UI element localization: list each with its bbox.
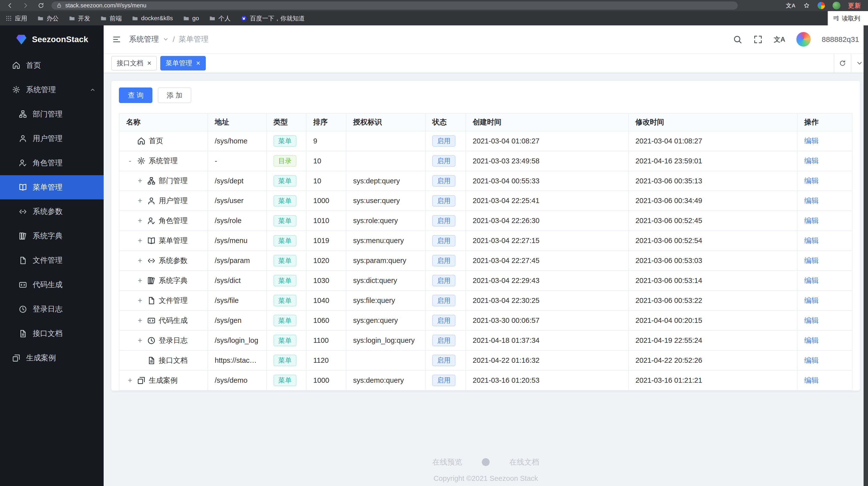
search-icon[interactable]	[733, 35, 742, 44]
expand-toggle[interactable]: +	[136, 296, 144, 305]
edit-link[interactable]: 编辑	[804, 336, 818, 344]
bookmark-office[interactable]: 办公	[37, 14, 59, 22]
reading-list-button[interactable]: 读取列	[828, 11, 868, 25]
sidebar-item-api-doc[interactable]: 接口文档	[0, 321, 104, 346]
menu-sort: 10	[306, 171, 346, 191]
chrome-update-button[interactable]: 更新	[848, 1, 861, 9]
query-button[interactable]: 查 询	[119, 87, 152, 103]
bookmark-dev[interactable]: 开发	[69, 14, 90, 22]
tab-api-doc[interactable]: 接口文档×	[111, 56, 157, 70]
sidebar-item-system-manage[interactable]: 系统管理	[0, 78, 104, 102]
browser-profile-avatar[interactable]	[833, 2, 840, 9]
close-icon[interactable]: ×	[196, 60, 200, 67]
fullscreen-icon[interactable]	[753, 35, 763, 44]
sidebar-item-dept-manage[interactable]: 部门管理	[0, 102, 104, 126]
menu-name: 系统管理	[149, 156, 178, 166]
edit-link[interactable]: 编辑	[804, 257, 818, 264]
forward-icon[interactable]	[22, 2, 29, 9]
column-header: 创建时间	[466, 113, 628, 131]
hamburger-icon[interactable]	[112, 35, 121, 44]
updated-time: 2021-03-06 00:52:45	[628, 211, 797, 231]
edit-link[interactable]: 编辑	[804, 277, 818, 284]
edit-link[interactable]: 编辑	[804, 217, 818, 225]
created-time: 2021-03-16 01:20:53	[466, 370, 628, 390]
online-docs-link[interactable]: 在线文档	[509, 457, 539, 467]
bookmark-frontend[interactable]: 前端	[100, 14, 122, 22]
table-row: +生成案例/sys/demo菜单1000sys:demo:query启用2021…	[119, 370, 852, 390]
menu-name: 角色管理	[159, 216, 188, 226]
menu-url: /sys/dict	[208, 270, 266, 291]
translate-icon[interactable]: 文A	[786, 2, 796, 9]
type-tag: 菜单	[274, 215, 297, 227]
online-preview-link[interactable]: 在线预览	[432, 457, 462, 467]
star-icon[interactable]	[803, 2, 810, 9]
sidebar-item-user-manage[interactable]: 用户管理	[0, 126, 104, 151]
expand-toggle[interactable]: +	[126, 376, 134, 385]
sidebar-item-sys-dict[interactable]: 系统字典	[0, 224, 104, 248]
close-icon[interactable]: ×	[147, 60, 151, 67]
sidebar-item-label: 系统管理	[26, 85, 56, 95]
user-avatar[interactable]	[796, 32, 811, 46]
edit-link[interactable]: 编辑	[804, 356, 818, 364]
edit-link[interactable]: 编辑	[804, 157, 818, 165]
sidebar-item-demo-case[interactable]: 生成案例	[0, 346, 104, 370]
tab-menu-manage[interactable]: 菜单管理×	[160, 56, 206, 70]
bookmark-docker-k8s[interactable]: docker&k8s	[132, 15, 173, 22]
sidebar-item-code-gen[interactable]: 代码生成	[0, 273, 104, 297]
address-bar[interactable]: stack.seezoon.com/#/sys/menu	[52, 1, 738, 10]
menu-url: -	[208, 151, 266, 171]
created-time: 2021-03-04 22:29:43	[466, 270, 628, 291]
url-text[interactable]: stack.seezoon.com/#/sys/menu	[65, 2, 146, 9]
sidebar-item-home[interactable]: 首页	[0, 53, 104, 78]
expand-toggle[interactable]: +	[136, 236, 144, 245]
github-icon[interactable]	[481, 457, 490, 467]
edit-link[interactable]: 编辑	[804, 237, 818, 245]
sidebar-item-sys-param[interactable]: 系统参数	[0, 199, 104, 224]
menu-perm: sys:user:query	[346, 191, 425, 211]
add-button[interactable]: 添 加	[158, 87, 191, 103]
collapse-toggle[interactable]: -	[126, 156, 134, 165]
breadcrumb-section[interactable]: 系统管理	[129, 34, 159, 45]
expand-toggle[interactable]: +	[136, 196, 144, 205]
extension-icon[interactable]	[817, 2, 825, 9]
edit-link[interactable]: 编辑	[804, 316, 818, 324]
edit-link[interactable]: 编辑	[804, 296, 818, 304]
status-badge: 启用	[432, 275, 456, 286]
chevron-up-icon	[90, 87, 96, 93]
app-logo[interactable]: SeezoonStack	[0, 25, 104, 53]
expand-toggle[interactable]: +	[136, 217, 144, 225]
status-badge: 启用	[432, 355, 456, 366]
expand-toggle[interactable]: +	[136, 276, 144, 285]
sidebar-item-file-manage[interactable]: 文件管理	[0, 248, 104, 273]
language-switch-icon[interactable]: 文A	[774, 35, 785, 44]
back-icon[interactable]	[7, 2, 13, 9]
edit-link[interactable]: 编辑	[804, 376, 818, 384]
updated-time: 2021-03-06 00:53:14	[628, 270, 797, 291]
expand-toggle[interactable]: +	[136, 256, 144, 265]
menu-url: /sys/role	[208, 211, 266, 231]
menu-perm: sys:file:query	[346, 291, 425, 311]
bookmark-personal[interactable]: 个人	[209, 14, 231, 22]
username[interactable]: 888882q31	[822, 35, 859, 44]
app-header: 系统管理 / 菜单管理 文A 888882q31	[104, 25, 868, 53]
column-header: 地址	[208, 113, 266, 131]
sidebar-item-role-manage[interactable]: 角色管理	[0, 151, 104, 175]
scrollbar[interactable]	[864, 25, 868, 486]
edit-link[interactable]: 编辑	[804, 177, 818, 184]
sidebar-item-menu-manage[interactable]: 菜单管理	[0, 175, 104, 200]
bookmark-baidu[interactable]: 百度一下，你就知道	[241, 14, 305, 22]
reload-icon[interactable]	[38, 2, 44, 9]
table-row: +菜单管理/sys/menu菜单1019sys:menu:query启用2021…	[119, 231, 852, 251]
gen-icon	[19, 281, 27, 289]
menu-name: 生成案例	[149, 376, 178, 385]
bookmark-go[interactable]: go	[183, 15, 199, 22]
refresh-tab-button[interactable]	[834, 54, 851, 73]
expand-toggle[interactable]: +	[136, 316, 144, 325]
expand-toggle[interactable]: +	[136, 336, 144, 345]
edit-link[interactable]: 编辑	[804, 197, 818, 205]
sidebar-item-login-log[interactable]: 登录日志	[0, 297, 104, 321]
expand-toggle[interactable]: +	[136, 176, 144, 185]
bookmark-apps[interactable]: 应用	[5, 14, 27, 22]
edit-link[interactable]: 编辑	[804, 137, 818, 145]
type-tag: 菜单	[274, 315, 297, 326]
